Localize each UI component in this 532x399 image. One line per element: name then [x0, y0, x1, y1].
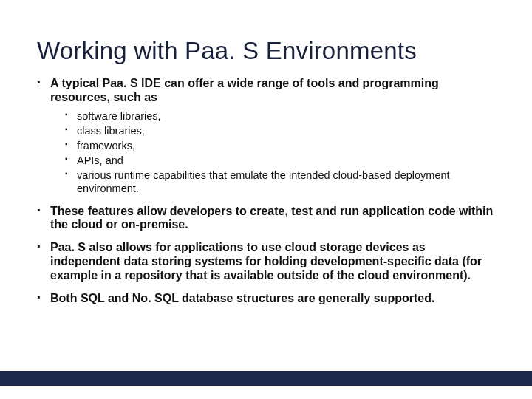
bullet-text: A typical Paa. S IDE can offer a wide ra…: [50, 77, 439, 103]
sub-bullet-text: various runtime capabilities that emulat…: [77, 169, 450, 194]
list-item: These features allow developers to creat…: [37, 205, 495, 233]
list-item: A typical Paa. S IDE can offer a wide ra…: [37, 77, 495, 196]
bullet-text: These features allow developers to creat…: [50, 205, 493, 231]
sub-bullet-text: software libraries,: [77, 110, 161, 122]
list-item: Both SQL and No. SQL database structures…: [37, 292, 495, 306]
bullet-text: Both SQL and No. SQL database structures…: [50, 292, 434, 304]
sub-bullet-text: frameworks,: [77, 140, 135, 151]
sub-bullet-text: class libraries,: [77, 125, 145, 137]
slide: Working with Paa. S Environments A typic…: [0, 0, 532, 399]
list-item: class libraries,: [65, 124, 495, 137]
sub-bullet-list: software libraries, class libraries, fra…: [50, 109, 495, 196]
list-item: Paa. S also allows for applications to u…: [37, 241, 495, 283]
sub-bullet-text: APIs, and: [77, 154, 123, 166]
footer-band: [0, 371, 532, 386]
list-item: software libraries,: [65, 109, 495, 123]
page-title: Working with Paa. S Environments: [37, 37, 495, 65]
list-item: frameworks,: [65, 139, 495, 152]
bullet-text: Paa. S also allows for applications to u…: [50, 241, 482, 282]
bullet-list: A typical Paa. S IDE can offer a wide ra…: [37, 77, 495, 306]
list-item: various runtime capabilities that emulat…: [65, 168, 495, 195]
list-item: APIs, and: [65, 154, 495, 167]
